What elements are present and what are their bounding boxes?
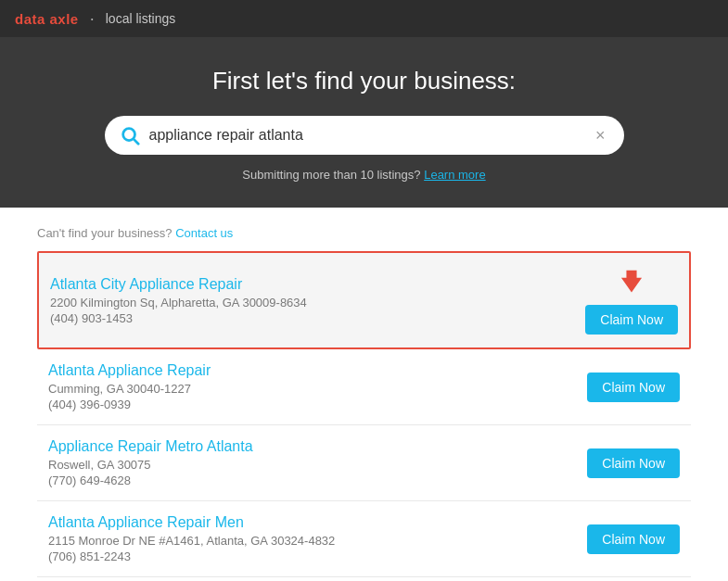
top-nav: data axle · local listings — [0, 0, 728, 37]
claim-btn-wrap: Claim Now — [585, 266, 678, 335]
listing-info: Appliance Repair Metro AtlantaRoswell, G… — [48, 438, 572, 487]
listing-row: Atlanta Appliance RepairCumming, GA 3004… — [37, 349, 691, 425]
listing-phone: (706) 851-2243 — [48, 549, 572, 563]
listing-info: Atlanta Appliance RepairCumming, GA 3004… — [48, 362, 572, 411]
nav-local-listings: local listings — [106, 11, 175, 26]
listing-phone: (770) 649-4628 — [48, 474, 572, 487]
search-bar: × — [105, 116, 624, 155]
search-icon — [120, 125, 140, 145]
listing-address: 2115 Monroe Dr NE #A1461, Atlanta, GA 30… — [48, 534, 572, 548]
hero-subtext: Submitting more than 10 listings? Learn … — [19, 168, 709, 182]
svg-marker-2 — [621, 271, 642, 293]
listing-info: Atlanta Appliance Repair Men2115 Monroe … — [48, 514, 572, 563]
claim-now-button[interactable]: Claim Now — [587, 373, 680, 402]
listing-row: Atlanta Appliance Repair Men2115 Monroe … — [37, 501, 691, 577]
claim-btn-wrap: Claim Now — [587, 373, 680, 402]
listing-phone: (404) 396-0939 — [48, 398, 572, 411]
arrow-down-icon — [614, 266, 649, 305]
logo-data: data — [15, 11, 45, 27]
svg-line-1 — [134, 139, 138, 144]
listing-info: Atlanta City Appliance Repair2200 Kilmin… — [50, 276, 570, 325]
search-input[interactable] — [149, 127, 592, 144]
claim-btn-wrap: Claim Now — [587, 524, 680, 554]
hero-title: First let's find your business: — [19, 67, 709, 95]
hero-section: First let's find your business: × Submit… — [0, 37, 728, 208]
claim-btn-wrap: Claim Now — [587, 448, 680, 478]
claim-now-button[interactable]: Claim Now — [587, 524, 680, 554]
learn-more-link[interactable]: Learn more — [424, 168, 485, 182]
nav-separator: · — [90, 9, 95, 29]
listing-row: Atlanta City Appliance Repair2200 Kilmin… — [37, 251, 691, 349]
listing-name: Atlanta City Appliance Repair — [50, 276, 570, 293]
search-clear-icon[interactable]: × — [592, 126, 609, 145]
listing-name: Atlanta Appliance Repair — [48, 362, 572, 379]
contact-us-link[interactable]: Contact us — [175, 226, 233, 240]
listing-row: Appliance Repair Metro AtlantaRoswell, G… — [37, 425, 691, 501]
listing-address: Cumming, GA 30040-1227 — [48, 382, 572, 396]
listing-phone: (404) 903-1453 — [50, 311, 570, 325]
listing-address: 2200 Kilmington Sq, Alpharetta, GA 30009… — [50, 296, 570, 309]
listing-name: Atlanta Appliance Repair Men — [48, 514, 572, 531]
logo: data axle — [15, 11, 79, 27]
listings-section: Can't find your business? Contact us Atl… — [0, 208, 728, 581]
claim-now-button[interactable]: Claim Now — [587, 448, 680, 478]
listing-name: Appliance Repair Metro Atlanta — [48, 438, 572, 455]
claim-now-button[interactable]: Claim Now — [585, 305, 678, 335]
cant-find-text: Can't find your business? Contact us — [37, 226, 691, 240]
listing-address: Roswell, GA 30075 — [48, 458, 572, 472]
listings-container: Atlanta City Appliance Repair2200 Kilmin… — [37, 251, 691, 577]
